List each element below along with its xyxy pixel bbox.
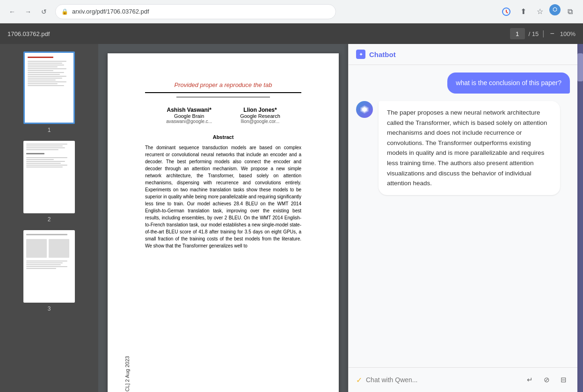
back-button[interactable]: ← <box>6 5 19 18</box>
chatbot-input-area: ✓ ↵ ⊘ ⊟ <box>349 367 577 392</box>
author-2-org: Google Research <box>240 113 280 119</box>
author-2-name: Llion Jones* <box>240 107 280 113</box>
check-icon: ✓ <box>356 376 362 385</box>
author-2-email: llion@google.cor... <box>240 119 280 124</box>
forward-button[interactable]: → <box>22 5 35 18</box>
pdf-page-content: Provided proper a reproduce the tab Ashi… <box>108 53 339 392</box>
author-2: Llion Jones* Google Research llion@googl… <box>240 107 280 124</box>
pdf-rule-thin <box>176 97 270 97</box>
extensions-button[interactable]: ⧉ <box>562 4 577 19</box>
url-text: arxiv.org/pdf/1706.03762.pdf <box>72 8 149 15</box>
chatbot-panel: ✦ Chatbot what is the conclusion of this… <box>348 44 577 392</box>
chatbot-header: ✦ Chatbot <box>349 44 577 65</box>
author-1-name: Ashish Vaswani* <box>166 107 212 113</box>
browser-controls: ← → ↺ <box>6 5 51 18</box>
pdf-rule-top <box>145 92 301 93</box>
author-1: Ashish Vaswani* Google Brain avaswani@go… <box>166 107 212 124</box>
pdf-viewer[interactable]: Provided proper a reproduce the tab Ashi… <box>98 44 348 392</box>
pdf-header: Provided proper a reproduce the tab <box>145 81 301 97</box>
page-total: / 15 <box>529 30 539 37</box>
toolbar-divider: | <box>542 29 544 38</box>
pdf-toolbar: 1706.03762.pdf / 15 | − 100% <box>0 23 583 44</box>
pdf-thumbnail-sidebar: 1 <box>0 44 98 392</box>
thumbnail-page-3[interactable]: 3 <box>23 230 75 312</box>
main-area: 1 <box>0 44 583 392</box>
right-scrollbar[interactable] <box>577 44 583 392</box>
thumb-2[interactable] <box>23 141 75 213</box>
pdf-abstract: Abstract The dominant sequence transduct… <box>145 133 301 249</box>
thumb-3[interactable] <box>23 230 75 303</box>
address-bar[interactable]: 🔒 arxiv.org/pdf/1706.03762.pdf <box>55 4 336 19</box>
bookmark-button[interactable]: ☆ <box>532 4 547 19</box>
reload-button[interactable]: ↺ <box>37 5 51 18</box>
thumb-number-2: 2 <box>48 216 51 223</box>
chat-input[interactable] <box>366 376 519 384</box>
stop-button[interactable]: ⊘ <box>540 373 553 386</box>
chatbot-messages: what is the conclusion of this paper? Th… <box>349 65 577 367</box>
zoom-level: 100% <box>560 30 576 37</box>
pdf-authors: Ashish Vaswani* Google Brain avaswani@go… <box>145 107 301 124</box>
lock-icon: 🔒 <box>61 8 68 15</box>
browser-icons-right: ⬆ ☆ ⬡ ⧉ <box>499 4 577 19</box>
zoom-out-button[interactable]: − <box>548 29 556 39</box>
arxiv-tag: arXiv:1706.03762v7 [cs.CL] 2 Aug 2023 <box>124 356 130 392</box>
browser-chrome: ← → ↺ 🔒 arxiv.org/pdf/1706.03762.pdf ⬆ ☆… <box>0 0 583 23</box>
pdf-page-controls: / 15 | − 100% <box>510 28 576 39</box>
user-message: what is the conclusion of this paper? <box>447 73 570 94</box>
pdf-red-text: Provided proper a reproduce the tab <box>145 81 301 88</box>
pdf-filename: 1706.03762.pdf <box>7 30 50 37</box>
page-number-input[interactable] <box>510 28 525 39</box>
abstract-title: Abstract <box>145 133 301 141</box>
chatbot-icon: ✦ <box>356 50 365 59</box>
google-icon-btn[interactable] <box>499 4 514 19</box>
thumb-number-3: 3 <box>48 305 51 312</box>
share-button[interactable]: ⬆ <box>516 4 531 19</box>
send-button[interactable]: ↵ <box>523 373 536 386</box>
chatbot-title: Chatbot <box>369 51 396 58</box>
abstract-text: The dominant sequence transduction model… <box>145 144 301 249</box>
bot-message-text: The paper proposes a new neural network … <box>379 101 560 195</box>
bot-response-container: The paper proposes a new neural network … <box>356 101 570 195</box>
image-button[interactable]: ⊟ <box>557 373 570 386</box>
thumb-number-1: 1 <box>48 127 51 133</box>
thumb-1[interactable] <box>23 51 75 124</box>
author-1-email: avaswani@google.c... <box>166 119 212 124</box>
author-1-org: Google Brain <box>166 113 212 119</box>
thumbnail-page-2[interactable]: 2 <box>23 141 75 223</box>
extension-icon[interactable]: ⬡ <box>549 4 561 15</box>
scrollbar-thumb[interactable] <box>577 53 583 81</box>
thumbnail-page-1[interactable]: 1 <box>23 51 75 133</box>
bot-avatar <box>356 101 373 118</box>
